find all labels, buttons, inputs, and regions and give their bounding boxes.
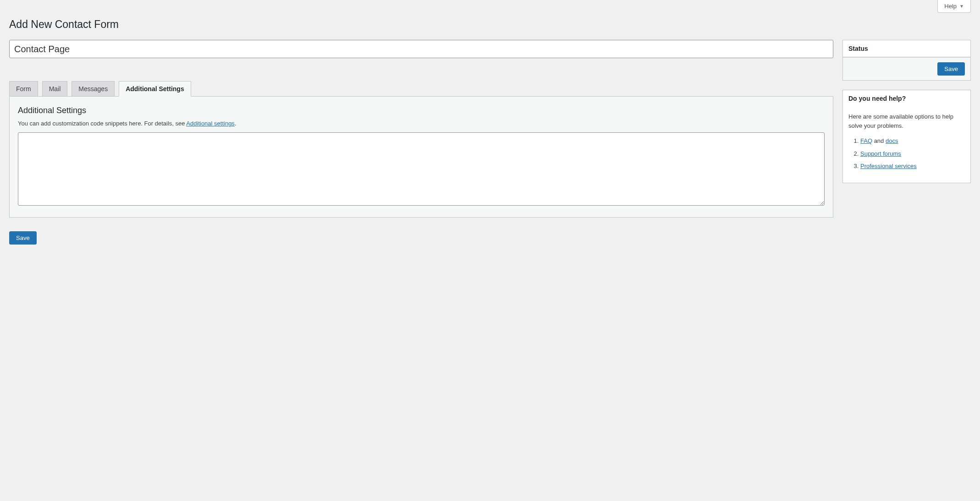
professional-services-link[interactable]: Professional services xyxy=(860,163,917,169)
help-intro-text: Here are some available options to help … xyxy=(848,112,965,130)
support-forums-link[interactable]: Support forums xyxy=(860,150,901,157)
save-button-bottom[interactable]: Save xyxy=(9,231,37,245)
panel-desc-suffix: . xyxy=(235,120,237,127)
tab-additional-settings[interactable]: Additional Settings xyxy=(119,81,191,97)
help-toggle-button[interactable]: Help ▼ xyxy=(937,0,971,13)
additional-settings-textarea[interactable] xyxy=(18,132,825,206)
help-list-item-2: Support forums xyxy=(860,149,965,158)
help-options-list: FAQ and docs Support forums Professional… xyxy=(848,136,965,171)
chevron-down-icon: ▼ xyxy=(959,4,964,9)
form-title-input[interactable] xyxy=(9,40,833,58)
tab-form[interactable]: Form xyxy=(9,81,38,97)
status-postbox-title: Status xyxy=(843,40,970,57)
docs-link[interactable]: docs xyxy=(886,137,898,144)
panel-description: You can add customization code snippets … xyxy=(18,120,825,127)
additional-settings-panel: Additional Settings You can add customiz… xyxy=(9,96,833,218)
additional-settings-link[interactable]: Additional settings xyxy=(186,120,235,127)
panel-desc-prefix: You can add customization code snippets … xyxy=(18,120,186,127)
tabs-bar: Form Mail Messages Additional Settings xyxy=(9,81,833,96)
panel-heading: Additional Settings xyxy=(18,106,825,115)
help-postbox: Do you need help? Here are some availabl… xyxy=(842,90,971,183)
save-button-sidebar[interactable]: Save xyxy=(937,62,965,76)
help-item1-middle: and xyxy=(872,137,886,144)
tab-messages[interactable]: Messages xyxy=(72,81,115,97)
help-postbox-title: Do you need help? xyxy=(843,90,970,107)
faq-link[interactable]: FAQ xyxy=(860,137,872,144)
tab-mail[interactable]: Mail xyxy=(42,81,68,97)
help-list-item-3: Professional services xyxy=(860,162,965,171)
page-title: Add New Contact Form xyxy=(9,18,971,31)
help-list-item-1: FAQ and docs xyxy=(860,136,965,146)
status-postbox: Status Save xyxy=(842,40,971,81)
help-label: Help xyxy=(944,3,957,10)
